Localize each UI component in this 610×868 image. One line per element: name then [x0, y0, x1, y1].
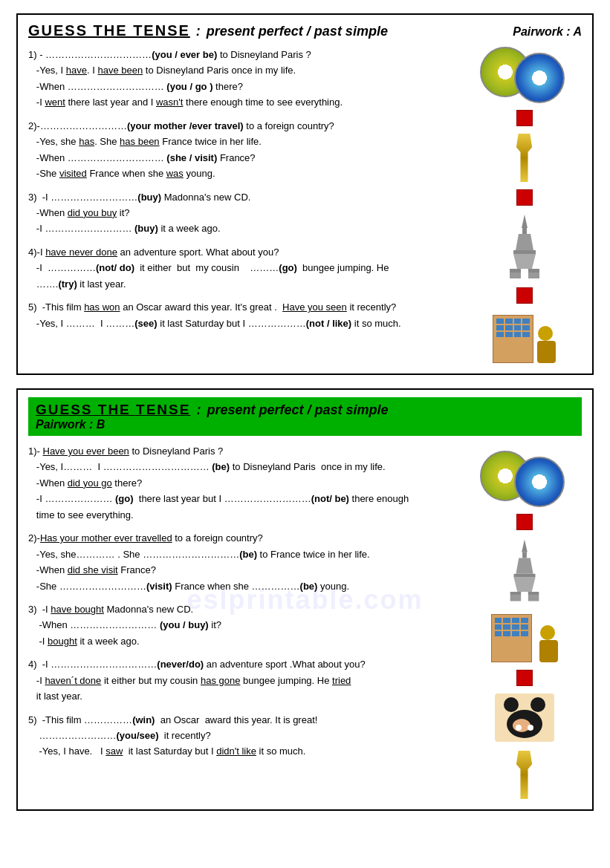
animal-figure-a [528, 326, 556, 363]
colon-a: : [196, 24, 201, 39]
page: GUESS THE TENSE : present perfect / past… [0, 0, 610, 824]
exercise-a4: 4)-I have never done an adventure sport.… [28, 244, 459, 292]
svg-rect-8 [528, 273, 539, 278]
building-image-a [493, 311, 556, 363]
ex-b1-line3: -When did you go there? [28, 475, 459, 491]
ex-a3-line2: -When did you buy it? [28, 205, 459, 221]
exercise-b2: 2)-Has your mother ever travelled to a f… [28, 530, 459, 594]
ex-b4-line3: it last year. [28, 688, 459, 704]
svg-marker-13 [513, 578, 535, 592]
svg-rect-1 [522, 228, 527, 234]
svg-rect-3 [513, 250, 536, 254]
red-square-a1 [516, 110, 533, 126]
svg-rect-12 [513, 574, 535, 578]
ex-a3-line3: -I ……………………… (buy) it a week ago. [28, 221, 459, 236]
ex-b1-line5: time to see everything. [28, 507, 459, 523]
svg-rect-17 [528, 595, 539, 601]
ex-a4-line3: …….(try) it last year. [28, 276, 459, 292]
oscar-image-b [514, 751, 535, 799]
eiffel-image-b [503, 538, 546, 603]
svg-rect-6 [528, 269, 539, 273]
ex-a2-line3: -When ………………………… (she / visit) France? [28, 150, 459, 166]
red-square-a3 [516, 287, 533, 304]
ex-a5-line1: 5) -This film has won an Oscar award thi… [28, 299, 459, 315]
svg-rect-15 [528, 592, 539, 595]
ex-b5-line2: ……………………(you/see) it recently? [28, 728, 459, 743]
ex-a5-line2: -Yes, I ……… I ………(see) it last Saturday … [28, 316, 459, 331]
oscar-row-a [514, 134, 535, 182]
ex-b3-line2: -When ……………………… (you / buy) it? [28, 617, 459, 633]
exercise-b3: 3) -I have bought Madonna's new CD. -Whe… [28, 601, 459, 649]
svg-rect-14 [510, 592, 521, 595]
ex-b3-line1: 3) -I have bought Madonna's new CD. [28, 601, 459, 617]
ex-b5-line1: 5) -This film ……………(win) an Oscar award … [28, 712, 459, 728]
ex-a4-line2: -I ……………(not/ do) it either but my cousi… [28, 260, 459, 275]
ex-b4-line2: -I haven´t done it either but my cousin … [28, 673, 459, 688]
ex-b1-line1: 1)- Have you ever been to Disneyland Par… [28, 443, 459, 459]
exercise-b5: 5) -This film ……………(win) an Oscar award … [28, 712, 459, 760]
ex-a2-line1: 2)-………………………(your mother /ever travel) t… [28, 118, 459, 134]
svg-rect-5 [510, 269, 521, 273]
ex-b2-line1: 2)-Has your mother ever travelled to a f… [28, 530, 459, 546]
colon-b: : [196, 402, 201, 418]
ex-a4-line1: 4)-I have never done an adventure sport.… [28, 244, 459, 260]
exercise-b4: 4) -I ……………………………(never/do) an adventure… [28, 656, 459, 704]
exercise-a5: 5) -This film has won an Oscar award thi… [28, 299, 459, 331]
red-square-a2 [516, 189, 533, 206]
animal-figure-b [530, 625, 558, 662]
oscar-row-b [514, 751, 535, 799]
exercise-a2: 2)-………………………(your mother /ever travel) t… [28, 118, 459, 182]
cds-image-b [480, 451, 569, 506]
exercise-a3: 3) -I ………………………(buy) Madonna's new CD. -… [28, 189, 459, 237]
exercises-b: 1)- Have you ever been to Disneyland Par… [28, 443, 459, 799]
building-image-b [491, 609, 558, 662]
images-col-b [467, 443, 582, 799]
exercise-b1: 1)- Have you ever been to Disneyland Par… [28, 443, 459, 523]
title-a: GUESS THE TENSE [28, 22, 190, 39]
svg-rect-7 [510, 273, 521, 278]
ex-a1-line1: 1) - ……………………………(you / ever be) to Disne… [28, 47, 459, 62]
ex-b4-line1: 4) -I ……………………………(never/do) an adventure… [28, 656, 459, 672]
pairwork-a: Pairwork : A [513, 25, 582, 39]
ex-b1-line4: -I ………………… (go) there last year but I ……… [28, 491, 459, 506]
header-a: GUESS THE TENSE : present perfect / past… [28, 22, 582, 39]
ex-a1-line2: -Yes, I have. I have been to Disneyland … [28, 62, 459, 78]
svg-marker-4 [513, 254, 536, 269]
ex-b2-line4: -She ………………………(visit) France when she ……… [28, 578, 459, 594]
ex-a2-line2: -Yes, she has. She has been France twice… [28, 134, 459, 149]
svg-marker-11 [516, 558, 533, 574]
section-b: GUESS THE TENSE : present perfect / past… [16, 388, 594, 811]
ex-b3-line3: -I bought it a week ago. [28, 633, 459, 649]
exercises-a: 1) - ……………………………(you / ever be) to Disne… [28, 47, 459, 363]
svg-marker-2 [516, 234, 533, 250]
ex-b5-line3: -Yes, I have. I saw it last Saturday but… [28, 743, 459, 759]
ex-a1-line4: -I went there last year and I wasn't the… [28, 94, 459, 110]
cds-image-a [480, 47, 569, 102]
svg-marker-0 [522, 215, 528, 228]
header-b: GUESS THE TENSE : present perfect / past… [28, 397, 582, 436]
svg-rect-16 [510, 595, 521, 601]
oscar-image-a [514, 134, 535, 182]
title-b: GUESS THE TENSE [36, 402, 190, 418]
svg-rect-10 [522, 552, 527, 558]
mickey-image-b [495, 694, 554, 742]
svg-marker-9 [522, 539, 528, 552]
cd2-b [514, 457, 565, 507]
content-a: 1) - ……………………………(you / ever be) to Disne… [28, 47, 582, 363]
images-col-a [467, 47, 582, 363]
ex-b2-line2: -Yes, she………… . She …………………………(be) to Fr… [28, 546, 459, 562]
cd2-a [514, 53, 565, 103]
ex-a1-line3: -When ………………………… (you / go ) there? [28, 79, 459, 94]
pairwork-b: Pairwork : B [36, 418, 574, 431]
red-square-b2 [516, 670, 533, 686]
section-a: GUESS THE TENSE : present perfect / past… [16, 13, 594, 375]
tenses-b: present perfect / past simple [207, 402, 388, 418]
ex-a3-line1: 3) -I ………………………(buy) Madonna's new CD. [28, 189, 459, 205]
ex-b2-line3: -When did she visit France? [28, 562, 459, 578]
ex-a2-line4: -She visited France when she was young. [28, 166, 459, 181]
red-square-b1 [516, 514, 533, 530]
eiffel-image-a [502, 213, 547, 280]
ex-b1-line2: -Yes, I……… I …………………………… (be) to Disneyl… [28, 459, 459, 474]
tenses-a: present perfect / past simple [207, 24, 388, 39]
exercise-a1: 1) - ……………………………(you / ever be) to Disne… [28, 47, 459, 111]
